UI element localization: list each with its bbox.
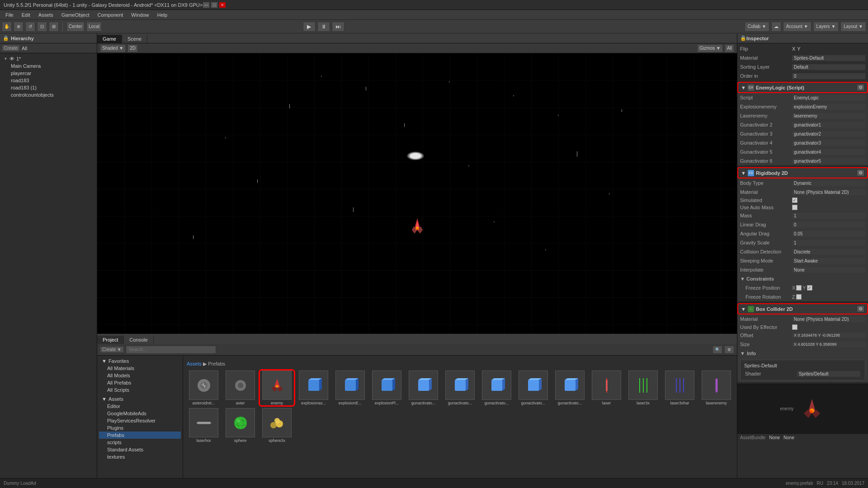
all-scripts-item[interactable]: All Scripts (99, 386, 181, 394)
project-btn-1[interactable]: 🔍 (712, 346, 722, 354)
tab-scene[interactable]: Scene (122, 35, 147, 43)
hierarchy-item-playercar[interactable]: playercar (2, 70, 95, 77)
angular-drag-value[interactable]: 0.05 (792, 231, 865, 237)
menu-window[interactable]: Window (127, 11, 152, 19)
asset-explosionpl[interactable]: explosionPl... (370, 371, 404, 405)
scripts-item[interactable]: scripts (99, 439, 181, 446)
center-toggle[interactable]: Center (66, 22, 85, 32)
offset-value[interactable]: X 0.1634476 Y -0.061295 (792, 333, 865, 338)
asset-laser3xhar[interactable]: laser3xhar (663, 371, 697, 405)
bc-material-value[interactable]: None (Physics Material 2D) (792, 316, 865, 322)
asset-explosione[interactable]: explosionE... (333, 371, 367, 405)
project-search-input[interactable] (126, 346, 216, 354)
asset-asteroidret[interactable]: asteroidret... (187, 371, 221, 405)
asset-aster[interactable]: aster (223, 371, 257, 405)
asset-gunactivato3[interactable]: gunactivato... (480, 371, 514, 405)
freeze-pos-y-checkbox[interactable] (807, 285, 812, 291)
local-toggle[interactable]: Local (86, 22, 102, 32)
asset-laserhor[interactable]: laserhor (187, 408, 221, 443)
layers-button[interactable]: Layers ▼ (813, 22, 839, 32)
asset-sphere3x[interactable]: sphere3x (260, 408, 294, 443)
gunactivator2-value[interactable]: gunactivator1 (792, 122, 865, 128)
gizmos-dropdown[interactable]: Gizmos ▼ (697, 44, 723, 52)
enemy-logic-header[interactable]: ▼ C# EnemyLogic (Script) ⚙ (737, 82, 868, 93)
assetbundle-value[interactable]: None (769, 435, 780, 440)
breadcrumb-assets[interactable]: Assets (187, 361, 202, 366)
gravity-scale-value[interactable]: 1 (792, 240, 865, 246)
menu-edit[interactable]: Edit (18, 11, 34, 19)
rotate-tool[interactable]: ↺ (25, 22, 35, 32)
standard-assets-item[interactable]: Standard Assets (99, 446, 181, 453)
menu-file[interactable]: File (2, 11, 17, 19)
interpolate-value[interactable]: None (792, 267, 865, 273)
hierarchy-item-road183[interactable]: road183 (2, 77, 95, 84)
maximize-button[interactable]: □ (211, 2, 218, 8)
gizmos-filter[interactable]: All (725, 44, 734, 52)
rb-material-value[interactable]: None (Physics Material 2D) (792, 189, 865, 195)
sorting-layer-value[interactable]: Default (792, 64, 865, 70)
assets-folder[interactable]: ▼ Assets (99, 395, 181, 403)
menu-help[interactable]: Help (153, 11, 171, 19)
gunactivator4-value[interactable]: gunactivator3 (792, 140, 865, 146)
minimize-button[interactable]: — (203, 2, 210, 8)
freeze-rot-z-checkbox[interactable] (796, 294, 802, 300)
menu-component[interactable]: Component (94, 11, 127, 19)
explosionenemy-value[interactable]: explosionEnemy (792, 104, 865, 110)
step-button[interactable]: ⏭ (332, 22, 344, 32)
tab-game[interactable]: Game (97, 35, 122, 43)
hierarchy-item-root[interactable]: ▼ 👁 1* (2, 55, 95, 62)
prefabs-item[interactable]: Prefabs (99, 432, 181, 439)
rigidbody-header[interactable]: ▼ 2D Rigidbody 2D ⚙ (737, 167, 868, 178)
all-models-item[interactable]: All Models (99, 372, 181, 379)
menu-gameobject[interactable]: GameObject (58, 11, 93, 19)
box-collider-header[interactable]: ▼ □ Box Collider 2D ⚙ (737, 303, 868, 314)
shader-value[interactable]: Sprites/Default (797, 371, 860, 377)
asset-sphere[interactable]: sphere (223, 408, 257, 443)
close-button[interactable]: ✕ (219, 2, 226, 8)
account-button[interactable]: Account ▼ (783, 22, 811, 32)
editor-item[interactable]: Editor (99, 403, 181, 410)
script-value[interactable]: EnemyLogic (792, 95, 865, 101)
used-by-effector-checkbox[interactable] (792, 324, 797, 330)
hierarchy-create-btn[interactable]: Create (2, 45, 20, 52)
asset-gunactivato5[interactable]: gunactivato... (553, 371, 587, 405)
asset-laser3x[interactable]: laser3x (626, 371, 660, 405)
favorites-folder[interactable]: ▼ Favorites (99, 357, 181, 365)
section-settings-btn[interactable]: ⚙ (857, 84, 864, 91)
asset-gunactivato2[interactable]: gunactivato... (443, 371, 477, 405)
tab-project[interactable]: Project (97, 336, 124, 344)
shaded-dropdown[interactable]: Shaded ▼ (100, 44, 126, 52)
play-button[interactable]: ▶ (303, 22, 316, 32)
playservices-item[interactable]: PlayServicesResolver (99, 417, 181, 424)
laserenemy-value[interactable]: laserenemy (792, 113, 865, 119)
linear-drag-value[interactable]: 0 (792, 222, 865, 228)
layout-button[interactable]: Layout ▼ (840, 22, 866, 32)
all-materials-item[interactable]: All Materials (99, 365, 181, 372)
all-prefabs-item[interactable]: All Prefabs (99, 379, 181, 386)
mass-value[interactable]: 1 (792, 213, 865, 219)
plugins-item[interactable]: Plugins (99, 424, 181, 432)
scale-tool[interactable]: ⊡ (37, 22, 47, 32)
freeze-pos-x-checkbox[interactable] (796, 285, 802, 291)
textures-item[interactable]: textures (99, 453, 181, 460)
rigidbody-settings-btn[interactable]: ⚙ (857, 169, 864, 176)
order-value[interactable]: 0 (792, 73, 865, 79)
gunactivator3-value[interactable]: gunactivator2 (792, 131, 865, 137)
project-btn-2[interactable]: ⚙ (724, 346, 734, 354)
googlemobileads-item[interactable]: GoogleMobileAds (99, 410, 181, 417)
menu-assets[interactable]: Assets (35, 11, 57, 19)
material-value[interactable]: Sprites-Default (792, 55, 865, 61)
gunactivator6-value[interactable]: gunactivator5 (792, 158, 865, 164)
move-tool[interactable]: ⊕ (14, 22, 24, 32)
asset-gunactivato4[interactable]: gunactivato... (516, 371, 550, 405)
cloud-button[interactable]: ☁ (771, 22, 781, 32)
pause-button[interactable]: ⏸ (317, 22, 330, 32)
hierarchy-item-maincamera[interactable]: Main Camera (2, 62, 95, 70)
box-collider-settings-btn[interactable]: ⚙ (857, 305, 864, 312)
asset-explosionas[interactable]: explosionas... (297, 371, 330, 405)
hierarchy-item-road183-1[interactable]: road183 (1) (2, 84, 95, 91)
simulated-checkbox[interactable] (792, 197, 797, 203)
asset-laserenemy[interactable]: laserenemy (699, 371, 733, 405)
auto-mass-checkbox[interactable] (792, 205, 797, 210)
collision-detection-value[interactable]: Discrete (792, 249, 865, 255)
